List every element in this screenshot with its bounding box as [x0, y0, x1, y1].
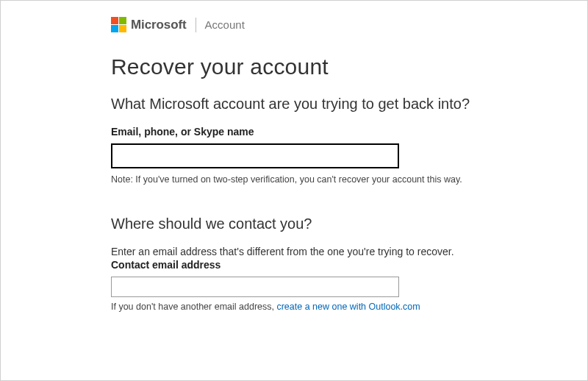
contact-helper-text: Enter an email address that's different … — [111, 246, 543, 257]
account-input[interactable] — [111, 143, 399, 168]
create-outlook-link[interactable]: create a new one with Outlook.com — [276, 302, 420, 312]
account-field-label: Email, phone, or Skype name — [111, 126, 543, 138]
header: Microsoft Account — [111, 17, 543, 32]
two-step-note: Note: If you've turned on two-step verif… — [111, 174, 543, 185]
footnote-prefix: If you don't have another email address, — [111, 302, 276, 312]
microsoft-logo: Microsoft — [111, 17, 187, 32]
header-divider — [196, 18, 196, 32]
brand-name: Microsoft — [131, 18, 187, 32]
subheading-contact-you: Where should we contact you? — [111, 216, 543, 232]
microsoft-logo-icon — [111, 17, 126, 32]
subheading-which-account: What Microsoft account are you trying to… — [111, 96, 543, 113]
footnote: If you don't have another email address,… — [111, 302, 543, 312]
page-title: Recover your account — [111, 54, 543, 79]
contact-email-input[interactable] — [111, 277, 399, 297]
header-section: Account — [205, 18, 245, 31]
contact-email-label: Contact email address — [111, 259, 543, 271]
